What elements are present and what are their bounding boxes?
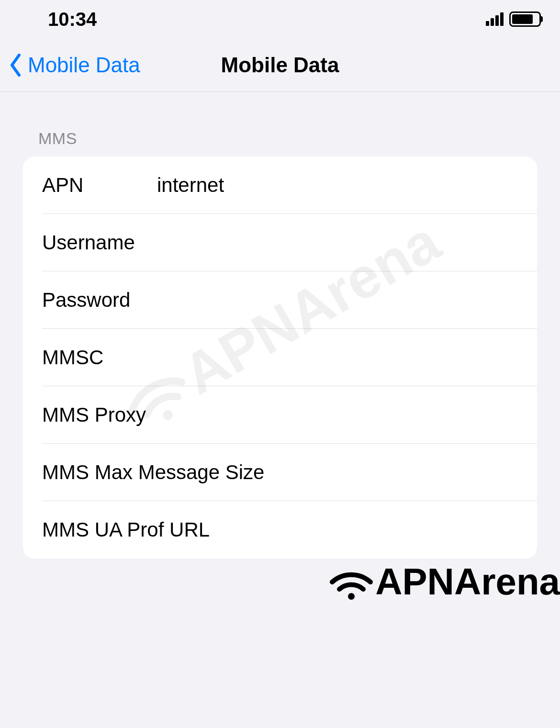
status-indicators bbox=[486, 11, 541, 27]
row-apn[interactable]: APN internet bbox=[23, 157, 537, 214]
row-label-mms-ua: MMS UA Prof URL bbox=[42, 518, 210, 541]
wifi-icon bbox=[327, 563, 375, 601]
row-label-password: Password bbox=[42, 289, 130, 312]
status-time: 10:34 bbox=[48, 9, 97, 30]
watermark-bottom-text: APNArena bbox=[375, 560, 560, 604]
svg-point-1 bbox=[348, 593, 355, 600]
nav-bar: Mobile Data Mobile Data bbox=[0, 38, 560, 92]
settings-group-mms: APN internet Username Password MMSC MMS … bbox=[23, 157, 537, 559]
section-header-mms: MMS bbox=[38, 129, 537, 148]
row-password[interactable]: Password bbox=[23, 271, 537, 329]
row-mms-proxy[interactable]: MMS Proxy bbox=[23, 386, 537, 444]
row-mmsc[interactable]: MMSC bbox=[23, 329, 537, 386]
page-title: Mobile Data bbox=[221, 53, 339, 77]
status-bar: 10:34 bbox=[0, 0, 560, 38]
row-label-mmsc: MMSC bbox=[42, 346, 103, 369]
row-label-apn: APN bbox=[42, 174, 157, 197]
row-value-apn[interactable]: internet bbox=[157, 174, 537, 197]
row-label-username: Username bbox=[42, 231, 135, 254]
row-label-mms-max: MMS Max Message Size bbox=[42, 461, 264, 484]
chevron-left-icon bbox=[9, 54, 24, 77]
watermark-bottom: APNArena bbox=[327, 560, 560, 604]
battery-icon bbox=[509, 11, 541, 27]
cellular-signal-icon bbox=[486, 12, 504, 26]
row-username[interactable]: Username bbox=[23, 214, 537, 271]
back-button[interactable]: Mobile Data bbox=[9, 53, 140, 77]
back-label: Mobile Data bbox=[28, 53, 140, 77]
row-label-mms-proxy: MMS Proxy bbox=[42, 403, 146, 426]
row-mms-max[interactable]: MMS Max Message Size bbox=[23, 444, 537, 501]
content-area: MMS APN internet Username Password MMSC … bbox=[0, 92, 560, 559]
row-mms-ua[interactable]: MMS UA Prof URL bbox=[23, 501, 537, 559]
